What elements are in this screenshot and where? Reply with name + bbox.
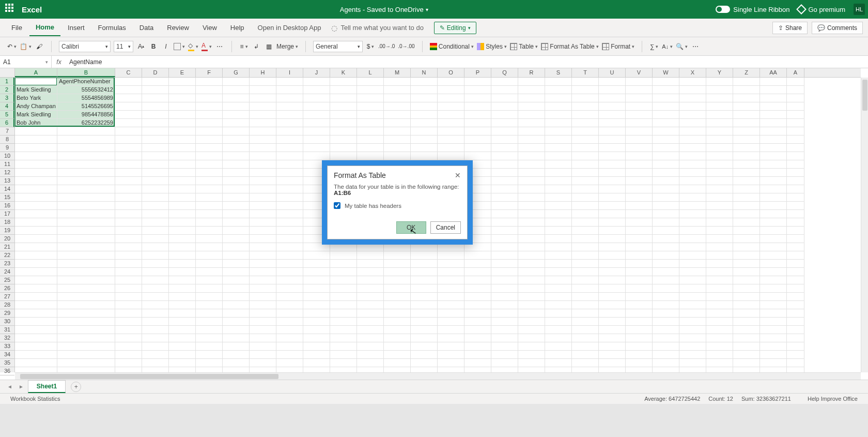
cell[interactable] xyxy=(303,284,330,293)
row-header[interactable]: 32 xyxy=(0,334,14,342)
cell[interactable] xyxy=(223,342,250,351)
cell[interactable] xyxy=(142,301,169,309)
cell[interactable] xyxy=(196,293,223,301)
cell[interactable] xyxy=(115,119,142,127)
cell[interactable] xyxy=(706,177,733,185)
cell[interactable] xyxy=(438,152,464,160)
cell[interactable] xyxy=(572,135,599,144)
cell[interactable] xyxy=(276,152,303,160)
cell[interactable] xyxy=(57,202,115,210)
cell[interactable] xyxy=(626,102,653,111)
cell[interactable] xyxy=(706,144,733,152)
row-header[interactable]: 7 xyxy=(0,127,14,135)
cell[interactable] xyxy=(760,111,787,119)
italic-button[interactable]: I xyxy=(161,41,171,52)
cell[interactable] xyxy=(169,268,196,276)
cell[interactable] xyxy=(250,351,276,359)
cell[interactable] xyxy=(438,144,464,152)
cell[interactable] xyxy=(679,218,706,227)
cell[interactable] xyxy=(15,309,57,318)
cell[interactable] xyxy=(115,210,142,218)
cell[interactable] xyxy=(250,334,276,342)
cell[interactable] xyxy=(142,102,169,111)
cell[interactable] xyxy=(679,359,706,367)
cell[interactable] xyxy=(679,185,706,193)
cell[interactable] xyxy=(142,111,169,119)
cell[interactable] xyxy=(706,301,733,309)
cell[interactable] xyxy=(545,351,572,359)
format-button[interactable]: Format xyxy=(602,41,634,52)
cell[interactable] xyxy=(169,127,196,135)
cell[interactable] xyxy=(115,342,142,351)
cell[interactable] xyxy=(545,185,572,193)
cell[interactable] xyxy=(760,367,787,372)
cell[interactable] xyxy=(706,111,733,119)
cell[interactable] xyxy=(491,86,518,94)
cell[interactable] xyxy=(626,367,653,372)
cell[interactable] xyxy=(57,160,115,169)
cell[interactable] xyxy=(142,367,169,372)
cell[interactable] xyxy=(169,276,196,284)
cell[interactable] xyxy=(679,235,706,243)
cell[interactable] xyxy=(760,260,787,268)
cell[interactable] xyxy=(626,152,653,160)
cell[interactable] xyxy=(518,111,545,119)
cell[interactable] xyxy=(115,202,142,210)
row-header[interactable]: 5 xyxy=(0,111,14,119)
cell[interactable] xyxy=(438,102,464,111)
cell[interactable] xyxy=(303,144,330,152)
single-line-toggle[interactable]: Single Line Ribbon xyxy=(716,6,789,13)
cell[interactable] xyxy=(491,342,518,351)
cell[interactable] xyxy=(626,318,653,326)
cell[interactable] xyxy=(330,276,357,284)
cell[interactable] xyxy=(679,169,706,177)
cell[interactable] xyxy=(15,152,57,160)
cell[interactable] xyxy=(599,284,626,293)
cell[interactable] xyxy=(653,78,679,86)
cell[interactable] xyxy=(330,86,357,94)
cell[interactable] xyxy=(384,334,411,342)
cell[interactable] xyxy=(303,119,330,127)
cell[interactable] xyxy=(142,284,169,293)
cell[interactable] xyxy=(518,243,545,251)
cell[interactable] xyxy=(787,78,804,86)
cell[interactable] xyxy=(196,152,223,160)
cell[interactable] xyxy=(599,135,626,144)
cell[interactable] xyxy=(787,227,804,235)
cell[interactable] xyxy=(599,185,626,193)
cell[interactable] xyxy=(760,210,787,218)
cell[interactable] xyxy=(142,160,169,169)
cell[interactable] xyxy=(303,276,330,284)
row-header[interactable]: 15 xyxy=(0,193,14,202)
cell[interactable] xyxy=(787,260,804,268)
cell[interactable] xyxy=(760,193,787,202)
cell[interactable] xyxy=(599,160,626,169)
align-button[interactable]: ≡ xyxy=(239,41,249,52)
cell[interactable] xyxy=(787,86,804,94)
cell[interactable] xyxy=(491,202,518,210)
tab-help[interactable]: Help xyxy=(224,20,251,36)
cell[interactable] xyxy=(653,152,679,160)
cell[interactable] xyxy=(545,135,572,144)
cell[interactable] xyxy=(491,127,518,135)
comments-button[interactable]: 💬Comments xyxy=(812,22,863,34)
font-size-combo[interactable]: 11▾ xyxy=(114,41,133,52)
cell[interactable] xyxy=(653,135,679,144)
cell[interactable] xyxy=(357,284,384,293)
cell[interactable] xyxy=(706,367,733,372)
cell[interactable] xyxy=(357,367,384,372)
cell[interactable] xyxy=(653,260,679,268)
cell[interactable] xyxy=(384,284,411,293)
row-header[interactable]: 3 xyxy=(0,94,14,102)
cell[interactable] xyxy=(787,202,804,210)
cell[interactable] xyxy=(330,309,357,318)
column-header[interactable]: I xyxy=(276,68,303,77)
cell[interactable] xyxy=(142,152,169,160)
cell[interactable]: 5556532412 xyxy=(57,86,115,94)
cell[interactable] xyxy=(411,318,438,326)
cell[interactable] xyxy=(679,309,706,318)
cell[interactable] xyxy=(626,144,653,152)
increase-decimal-button[interactable]: .0→.00 xyxy=(398,41,414,52)
row-header[interactable]: 4 xyxy=(0,102,14,111)
cell[interactable] xyxy=(57,293,115,301)
